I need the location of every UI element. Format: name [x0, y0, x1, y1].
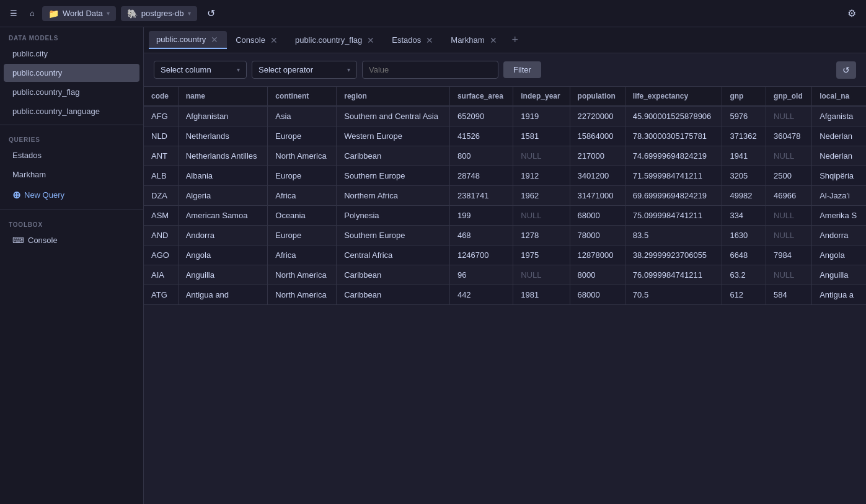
filter-button[interactable]: Filter	[503, 61, 541, 78]
terminal-icon: ⌨	[12, 236, 24, 245]
sidebar: DATA MODELS public.city public.country p…	[0, 27, 144, 504]
tab-close-button[interactable]: ✕	[366, 36, 376, 45]
tab-public-country-flag[interactable]: public.country_flag ✕	[288, 32, 383, 48]
content-area: public.country ✕ Console ✕ public.countr…	[144, 27, 866, 504]
table-cell: Andorra	[812, 226, 866, 245]
table-cell: 2381741	[449, 186, 513, 206]
table-cell: 71.5999984741211	[625, 166, 722, 186]
divider	[0, 210, 143, 210]
table-cell: Antigua and	[178, 285, 268, 305]
tab-close-button[interactable]: ✕	[269, 36, 279, 45]
tab-close-button[interactable]: ✕	[488, 36, 498, 45]
table-cell: 584	[766, 285, 812, 305]
menu-button[interactable]: ☰	[5, 5, 22, 22]
table-cell: NULL	[766, 206, 812, 226]
table-cell: 63.2	[722, 265, 766, 285]
topbar: ☰ ⌂ 📁 World Data ▾ 🐘 postgres-db ▾ ↺ ⚙	[0, 0, 866, 27]
world-data-selector[interactable]: 📁 World Data ▾	[42, 6, 116, 21]
table-cell: 3205	[722, 166, 766, 186]
table-cell: 442	[449, 285, 513, 305]
table-cell: NULL	[513, 146, 570, 166]
table-cell: NULL	[766, 146, 812, 166]
table-cell: 5976	[722, 106, 766, 126]
table-cell: 96	[449, 265, 513, 285]
table-cell: 334	[722, 206, 766, 226]
col-header-surface-area: surface_area	[449, 87, 513, 106]
home-button[interactable]: ⌂	[25, 5, 40, 22]
table-cell: Southern and Central Asia	[337, 106, 450, 126]
table-cell: Afganista	[812, 106, 866, 126]
col-header-local-name: local_na	[812, 87, 866, 106]
postgres-selector[interactable]: 🐘 postgres-db ▾	[121, 6, 197, 21]
gear-icon: ⚙	[847, 7, 856, 19]
tab-label: public.country	[156, 35, 206, 44]
col-header-gnp: gnp	[722, 87, 766, 106]
table-cell: 28748	[449, 166, 513, 186]
main-layout: DATA MODELS public.city public.country p…	[0, 27, 866, 504]
tab-estados[interactable]: Estados ✕	[384, 32, 442, 48]
table-cell: 612	[722, 285, 766, 305]
refresh-button[interactable]: ↺	[202, 4, 220, 23]
table-cell: 1278	[513, 226, 570, 245]
postgres-icon: 🐘	[127, 9, 138, 19]
table-cell: 70.5	[625, 285, 722, 305]
table-cell: 38.29999923706055	[625, 245, 722, 265]
settings-button[interactable]: ⚙	[842, 4, 861, 23]
table-cell: Shqipëria	[812, 166, 866, 186]
table-cell: 83.5	[625, 226, 722, 245]
table-cell: 68000	[570, 285, 625, 305]
table-cell: ANT	[144, 146, 178, 166]
new-query-button[interactable]: ⊕ New Query	[4, 185, 139, 205]
table-cell: Oceania	[268, 206, 337, 226]
table-cell: 12878000	[570, 245, 625, 265]
table-cell: Southern Europe	[337, 226, 450, 245]
table-cell: 46966	[766, 186, 812, 206]
operator-select[interactable]: Select operator ▾	[252, 61, 357, 79]
sidebar-item-markham[interactable]: Markham	[4, 166, 139, 183]
sidebar-item-public-country[interactable]: public.country	[4, 64, 139, 82]
table-cell: Northern Africa	[337, 186, 450, 206]
table-cell: North America	[268, 265, 337, 285]
tab-label: Estados	[392, 35, 421, 45]
table-cell: Al-Jaza'i	[812, 186, 866, 206]
table-cell: Amerika S	[812, 206, 866, 226]
col-header-gnp-old: gnp_old	[766, 87, 812, 106]
console-label: Console	[28, 236, 58, 245]
table-cell: Anguilla	[812, 265, 866, 285]
table-cell: Netherlands Antilles	[178, 146, 268, 166]
table-row: ATGAntigua andNorth AmericaCaribbean4421…	[144, 285, 866, 305]
tab-close-button[interactable]: ✕	[210, 35, 219, 44]
filter-bar: Select column ▾ Select operator ▾ Filter…	[144, 53, 866, 87]
table-row: AFGAfghanistanAsiaSouthern and Central A…	[144, 106, 866, 126]
tab-console[interactable]: Console ✕	[228, 32, 286, 48]
add-tab-button[interactable]: +	[507, 31, 524, 49]
tab-close-button[interactable]: ✕	[425, 36, 435, 45]
sidebar-item-public-city[interactable]: public.city	[4, 45, 139, 63]
table-cell: DZA	[144, 186, 178, 206]
table-cell: 68000	[570, 206, 625, 226]
table-cell: Central Africa	[337, 245, 450, 265]
table-cell: 371362	[722, 126, 766, 146]
sidebar-item-label: public.country_flag	[12, 87, 79, 97]
sidebar-item-estados[interactable]: Estados	[4, 146, 139, 164]
console-item[interactable]: ⌨ Console	[4, 231, 139, 249]
tab-public-country[interactable]: public.country ✕	[149, 31, 227, 49]
filter-refresh-button[interactable]: ↺	[836, 61, 856, 79]
table-cell: NULL	[766, 265, 812, 285]
tab-markham[interactable]: Markham ✕	[443, 32, 505, 48]
sidebar-item-public-country-language[interactable]: public.country_language	[4, 102, 139, 120]
table-cell: 468	[449, 226, 513, 245]
col-header-indep-year: indep_year	[513, 87, 570, 106]
sidebar-item-public-country-flag[interactable]: public.country_flag	[4, 83, 139, 101]
column-select[interactable]: Select column ▾	[154, 61, 247, 79]
table-cell: 78000	[570, 226, 625, 245]
data-table-wrapper: code name continent region surface_area …	[144, 87, 866, 504]
home-icon: ⌂	[30, 9, 35, 18]
table-cell: Angola	[812, 245, 866, 265]
table-cell: 22720000	[570, 106, 625, 126]
filter-value-input[interactable]	[362, 61, 498, 79]
table-cell: 217000	[570, 146, 625, 166]
table-cell: 69.69999694824219	[625, 186, 722, 206]
table-cell: NULL	[513, 265, 570, 285]
table-cell: ASM	[144, 206, 178, 226]
